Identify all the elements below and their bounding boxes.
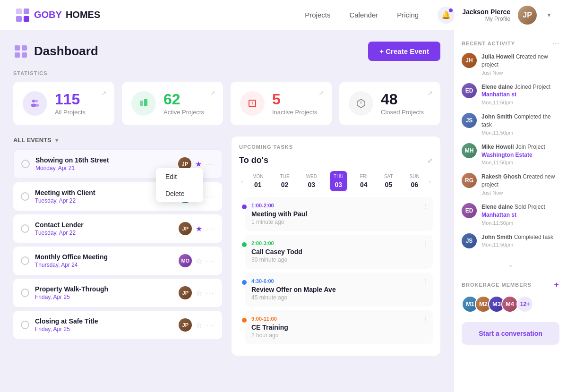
event-check-5[interactable] [21, 289, 29, 297]
logo[interactable]: GOBYHOMES [15, 8, 305, 23]
brokerage-section: BROKERAGE MEMBERS + M1 M2 M3 M4 12+ [462, 280, 559, 313]
event-item-6: Closing at Safe Title Friday, Apr 25 JP … [13, 311, 222, 339]
nav-pricing[interactable]: Pricing [397, 11, 419, 19]
member-avatar-4[interactable]: M4 [501, 296, 518, 313]
event-name-6: Closing at Safe Title [35, 317, 173, 325]
recent-activity-more[interactable]: ··· [552, 40, 559, 47]
create-event-button[interactable]: + Create Event [368, 42, 440, 61]
more-icon-3[interactable]: ··· [206, 225, 215, 232]
star-icon-3[interactable]: ★ [196, 224, 202, 233]
event-actions-5: JP ☆ ··· [179, 286, 215, 299]
task-ago-3: 45 minute ago [251, 294, 426, 301]
task-more-2[interactable]: ⋮ [422, 240, 428, 247]
activity-item-julia: JH Julia Howell Created new project Just… [462, 53, 559, 76]
event-check-3[interactable] [21, 224, 29, 233]
start-conversation-button[interactable]: Start a conversation [462, 322, 559, 345]
events-chevron-icon[interactable]: ▼ [54, 137, 60, 143]
stat-arrow-active[interactable]: ↗ [210, 89, 215, 97]
event-check-1[interactable] [21, 160, 30, 168]
more-icon-1[interactable]: ··· [206, 160, 214, 168]
page-title: Dashboard [34, 44, 98, 59]
more-icon-5[interactable]: ··· [206, 289, 215, 297]
content-area: Dashboard + Create Event STATISTICS 115 … [0, 30, 454, 392]
activity-item-rakesh: RG Rakesh Ghosh Created new project Just… [462, 173, 559, 196]
task-item-1: 1:00-2:00 Meeting with Paul 1 minute ago… [245, 197, 433, 231]
stat-closed-projects: 48 Closed Projects ↗ [339, 82, 440, 125]
activity-item-elene1: ED Elene dalne Joined Project Manhattan … [462, 83, 559, 106]
more-icon-2[interactable]: ··· [206, 193, 215, 200]
star-icon-5[interactable]: ☆ [196, 289, 202, 298]
cal-day-thu[interactable]: THU 03 [330, 171, 347, 191]
cal-day-tue[interactable]: TUE 02 [276, 171, 293, 191]
task-more-3[interactable]: ⋮ [422, 278, 428, 285]
activity-link-manhattan2[interactable]: Manhattan st [481, 212, 516, 218]
event-info-5: Property Walk-Through Friday, Apr 25 [35, 285, 173, 300]
stat-inactive-projects: ! 5 Inactive Projects ↗ [231, 82, 332, 125]
activity-link-manhattan[interactable]: Manhattan st [481, 91, 516, 98]
cal-day-sun[interactable]: SUN 06 [406, 171, 423, 191]
svg-text:!: ! [251, 101, 253, 106]
svg-rect-6 [15, 52, 20, 58]
event-check-4[interactable] [21, 256, 29, 265]
expand-icon[interactable]: ⤢ [427, 157, 433, 164]
task-list: 1:00-2:00 Meeting with Paul 1 minute ago… [239, 197, 433, 344]
user-avatar[interactable]: JP [518, 6, 537, 25]
main-nav: Projects Calender Pricing [305, 11, 419, 19]
cal-day-sat[interactable]: SAT 05 [380, 171, 397, 191]
svg-rect-12 [140, 101, 143, 106]
star-icon-1[interactable]: ★ [195, 160, 202, 169]
event-date-3: Tuesday, Apr 22 [35, 230, 173, 236]
stat-arrow-all[interactable]: ↗ [101, 89, 107, 97]
star-icon-6[interactable]: ☆ [196, 321, 202, 330]
task-item-3: 4:30-6:00 Review Offer on Maple Ave 45 m… [245, 273, 433, 307]
activity-expand-icon[interactable]: ⌄ [462, 256, 559, 273]
task-more-1[interactable]: ⋮ [422, 203, 428, 209]
more-icon-6[interactable]: ··· [206, 321, 215, 329]
cal-day-wed[interactable]: WED 03 [302, 171, 321, 191]
notification-dot [449, 9, 453, 12]
event-check-2[interactable] [21, 192, 29, 201]
more-icon-4[interactable]: ··· [206, 257, 215, 264]
activity-text-elene2: Elene dalne Sold Project Manhattan st [481, 203, 559, 219]
cal-day-num-sat: 05 [385, 181, 392, 188]
nav-calendar[interactable]: Calender [349, 11, 378, 19]
event-info-1: Showing on 16th Street Monday, Apr 21 [35, 156, 172, 171]
event-check-6[interactable] [21, 321, 29, 329]
notification-icon[interactable]: 🔔 [438, 7, 455, 24]
user-info: Jackson Pierce My Profile [462, 8, 510, 22]
profile-chevron[interactable]: ▼ [546, 12, 552, 18]
add-member-icon[interactable]: + [554, 280, 559, 290]
activity-text-elene1: Elene dalne Joined Project Manhattan st [481, 83, 559, 99]
context-menu-delete[interactable]: Delete [156, 185, 203, 202]
avatar-julia: JH [462, 53, 477, 68]
svg-rect-4 [15, 45, 20, 51]
task-more-4[interactable]: ⋮ [422, 316, 428, 323]
cal-day-fri[interactable]: FRI 04 [356, 171, 371, 191]
cal-prev-arrow[interactable]: ‹ [239, 176, 245, 187]
cal-day-mon[interactable]: MON 01 [249, 171, 267, 191]
cal-day-name-sat: SAT [384, 174, 393, 179]
dashboard-header: Dashboard + Create Event [13, 42, 440, 61]
events-section: ALL EVENTS ▼ Showing on 16th Street Mond… [13, 136, 222, 356]
task-ago-1: 1 minute ago [251, 219, 426, 225]
task-time-1: 1:00-2:00 [251, 203, 426, 208]
tasks-label: UPCOMING TASKS [239, 144, 433, 150]
context-menu-edit[interactable]: Edit [156, 168, 203, 185]
stat-arrow-inactive[interactable]: ↗ [318, 89, 324, 97]
cal-day-num-fri: 04 [360, 181, 368, 188]
avatar-elene1: ED [462, 83, 477, 98]
logo-icon [15, 8, 30, 23]
avatar-rakesh: RG [462, 173, 477, 188]
member-count[interactable]: 12+ [516, 296, 533, 313]
activity-link-washington[interactable]: Washington Estate [481, 152, 533, 158]
event-avatar-3: JP [179, 222, 192, 235]
nav-projects[interactable]: Projects [305, 11, 330, 19]
cal-next-arrow[interactable]: › [427, 176, 433, 187]
tasks-section: UPCOMING TASKS To do's ⤢ ‹ MON 01 TUE [232, 136, 440, 356]
activity-item-john2: JS John Smith Completed task Mon,11:50pm [462, 233, 559, 248]
stat-arrow-closed[interactable]: ↗ [427, 89, 433, 97]
task-ago-2: 30 minute ago [251, 256, 426, 263]
star-icon-4[interactable]: ☆ [196, 256, 202, 265]
brokerage-label: BROKERAGE MEMBERS + [462, 280, 559, 290]
activity-time-elene2: Mon,11:50pm [481, 220, 559, 226]
